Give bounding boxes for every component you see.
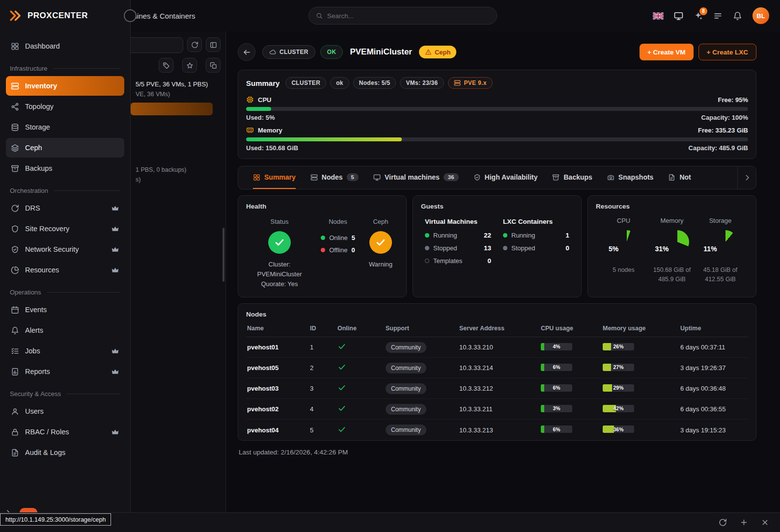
tab-high-availability[interactable]: High Availability bbox=[474, 166, 538, 189]
tree-node-fragment[interactable]: s) bbox=[136, 176, 221, 183]
tree-panel-layout-button[interactable] bbox=[206, 37, 221, 52]
tree-filter-input[interactable] bbox=[131, 42, 179, 49]
memory-usage-minibar: 29% bbox=[603, 384, 634, 392]
tab-label: High Availability bbox=[485, 173, 538, 181]
tree-selected-item[interactable] bbox=[131, 103, 213, 115]
nodes-table-title: Nodes bbox=[246, 311, 748, 318]
tab-backups[interactable]: Backups bbox=[552, 166, 592, 189]
node-row-pvehost05[interactable]: pvehost05 2 Community 10.3.33.214 6% 27%… bbox=[246, 358, 748, 378]
storage-icon bbox=[11, 123, 19, 132]
tree-scrollbar[interactable] bbox=[223, 228, 224, 282]
sidebar-item-users[interactable]: Users bbox=[6, 401, 124, 421]
vm-guests-header: Virtual Machines bbox=[425, 218, 491, 225]
sidebar-item-reports[interactable]: Reports bbox=[6, 362, 124, 381]
global-search[interactable] bbox=[308, 7, 497, 25]
bottom-bar bbox=[0, 512, 780, 532]
lxc-guests-column: LXC Containers Running 1 Stopped 0 bbox=[503, 218, 569, 265]
create-lxc-button[interactable]: + Create LXC bbox=[698, 44, 756, 60]
ai-sparkles-icon[interactable]: 8 bbox=[694, 11, 703, 21]
guests-title: Guests bbox=[421, 203, 573, 210]
node-name: pvehost02 bbox=[247, 405, 310, 413]
summary-card: Summary CLUSTER ok Nodes: 5/5 VMs: 23/36… bbox=[238, 70, 756, 159]
ceph-label: Ceph bbox=[373, 218, 388, 225]
sidebar-item-jobs[interactable]: Jobs bbox=[6, 341, 124, 361]
sidebar-collapse-toggle[interactable] bbox=[124, 9, 137, 22]
tree-copy-button[interactable] bbox=[206, 58, 221, 73]
tree-node-datacenter[interactable]: 5/5 PVE, 36 VMs, 1 PBS) bbox=[136, 80, 221, 88]
nodes-label: Nodes bbox=[329, 218, 347, 225]
sidebar-item-site-recovery[interactable]: Site Recovery bbox=[6, 219, 124, 239]
sidebar-item-resources[interactable]: Resources bbox=[6, 260, 124, 280]
check-icon bbox=[337, 404, 346, 413]
node-row-pvehost01[interactable]: pvehost01 1 Community 10.3.33.210 4% 26%… bbox=[246, 337, 748, 358]
sidebar-item-inventory[interactable]: Inventory bbox=[6, 76, 124, 96]
backups-tab-icon bbox=[552, 174, 559, 181]
running-dot bbox=[503, 233, 507, 238]
node-row-pvehost03[interactable]: pvehost03 3 Community 10.3.33.212 6% 29%… bbox=[246, 378, 748, 399]
close-button[interactable] bbox=[761, 518, 769, 527]
terminal-icon bbox=[6, 508, 14, 512]
crown-icon bbox=[111, 225, 119, 233]
cpu-usage-minibar: 6% bbox=[541, 384, 572, 392]
node-row-pvehost02[interactable]: pvehost02 4 Community 10.3.33.211 3% 42%… bbox=[246, 399, 748, 420]
tree-search[interactable] bbox=[131, 37, 183, 53]
sidebar-item-audit[interactable]: Audit & Logs bbox=[6, 443, 124, 462]
inventory-icon bbox=[11, 82, 19, 90]
section-label-infrastructure: Infrastructure bbox=[10, 65, 120, 72]
task-queue-icon[interactable] bbox=[713, 11, 723, 21]
sidebar-item-network-security[interactable]: Network Security bbox=[6, 239, 124, 259]
node-address: 10.3.33.211 bbox=[459, 405, 541, 413]
tab-label: Backups bbox=[563, 173, 592, 181]
sidebar-item-dashboard[interactable]: Dashboard bbox=[6, 36, 124, 56]
tab-snapshots[interactable]: Snapshots bbox=[607, 166, 654, 189]
nav-label: Alerts bbox=[25, 326, 43, 334]
refresh-icon bbox=[719, 518, 727, 527]
tab-virtual-machines[interactable]: Virtual machines 36 bbox=[373, 166, 459, 189]
tabs-scroll-right-button[interactable] bbox=[737, 166, 756, 189]
tab-nodes[interactable]: Nodes 5 bbox=[310, 166, 359, 189]
tree-refresh-button[interactable] bbox=[187, 37, 202, 52]
sidebar-item-topology[interactable]: Topology bbox=[6, 97, 124, 116]
support-badge: Community bbox=[386, 383, 426, 394]
cluster-type-chip: CLUSTER bbox=[262, 45, 315, 59]
tab-label: Not bbox=[679, 173, 691, 181]
node-row-pvehost04[interactable]: pvehost04 5 Community 10.3.33.213 6% 36%… bbox=[246, 420, 748, 440]
nodes-offline-row: Offline 0 bbox=[321, 246, 355, 254]
tree-node-pbs[interactable]: 1 PBS, 0 backups) bbox=[136, 166, 221, 173]
search-input[interactable] bbox=[327, 12, 490, 20]
node-uptime: 3 days 19:15:23 bbox=[680, 426, 747, 434]
display-icon[interactable] bbox=[674, 11, 683, 21]
sidebar-item-alerts[interactable]: Alerts bbox=[6, 320, 124, 340]
create-vm-button[interactable]: + Create VM bbox=[640, 44, 694, 60]
lxc-guests-header: LXC Containers bbox=[503, 218, 569, 225]
sidebar-item-rbac[interactable]: RBAC / Roles bbox=[6, 422, 124, 442]
status-ok-chip: OK bbox=[320, 45, 343, 59]
guests-card: Guests Virtual Machines Running 22 Stopp… bbox=[413, 195, 582, 297]
sidebar-tasks-partial[interactable] bbox=[6, 508, 37, 512]
add-button[interactable] bbox=[740, 518, 748, 527]
nav-label: Audit & Logs bbox=[25, 449, 65, 456]
user-avatar[interactable]: BL bbox=[752, 7, 769, 24]
sidebar-item-backups[interactable]: Backups bbox=[6, 159, 124, 178]
tree-node-sublabel[interactable]: VE, 36 VMs) bbox=[136, 91, 221, 98]
sidebar-item-storage[interactable]: Storage bbox=[6, 117, 124, 137]
ceph-warning-chip[interactable]: Ceph bbox=[419, 46, 457, 58]
panel-layout-icon bbox=[210, 41, 217, 49]
chevron-right-icon bbox=[743, 174, 751, 182]
sidebar-item-events[interactable]: Events bbox=[6, 300, 124, 319]
summary-ok-chip: ok bbox=[330, 77, 349, 89]
lxc-running-row: Running 1 bbox=[503, 232, 569, 239]
sidebar-item-drs[interactable]: DRS bbox=[6, 198, 124, 218]
health-card: Health Status Cluster: PVEMiniCluster Qu… bbox=[238, 195, 407, 297]
back-button[interactable] bbox=[238, 43, 255, 61]
tab-notes-truncated[interactable]: Not bbox=[668, 166, 691, 189]
language-flag-icon[interactable] bbox=[653, 12, 664, 20]
crown-icon bbox=[111, 347, 119, 355]
refresh-button[interactable] bbox=[719, 518, 727, 527]
online-check-icon bbox=[337, 363, 386, 373]
sidebar-item-ceph[interactable]: Ceph bbox=[6, 138, 124, 158]
notifications-bell-icon[interactable] bbox=[733, 11, 742, 21]
tree-favorites-button[interactable] bbox=[182, 58, 197, 73]
tab-summary[interactable]: Summary bbox=[253, 166, 296, 189]
tree-tag-button[interactable] bbox=[159, 58, 173, 73]
